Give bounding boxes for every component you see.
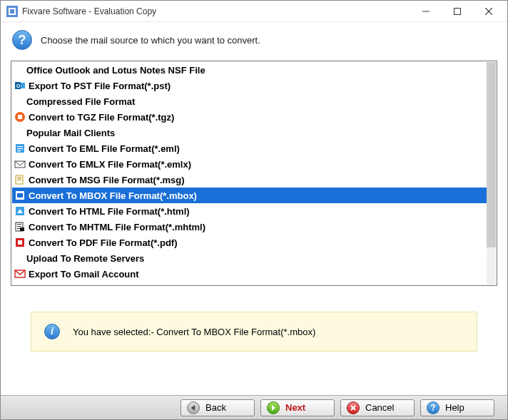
next-label: Next [285, 402, 305, 413]
mbox-icon [14, 190, 26, 201]
html-icon [14, 205, 26, 217]
cancel-label: Cancel [365, 402, 394, 413]
svg-rect-2 [10, 9, 14, 14]
outlook-icon: O [14, 80, 26, 91]
svg-rect-12 [17, 146, 23, 147]
cancel-icon [347, 401, 360, 414]
gmail-icon [14, 268, 26, 280]
cancel-button[interactable]: Cancel [340, 399, 415, 416]
scrollbar-thumb[interactable] [487, 62, 496, 247]
list-item-label: Compressed File Format [26, 96, 135, 107]
svg-rect-4 [454, 8, 461, 14]
list-item[interactable]: Convert To MSG File Format(*.msg) [12, 172, 487, 188]
app-icon [6, 6, 18, 17]
list-item-label: Office Outlook and Lotus Notes NSF File [26, 65, 205, 76]
svg-rect-25 [17, 226, 21, 227]
list-item-label: Export To PST File Format(*.pst) [29, 81, 171, 91]
back-button[interactable]: Back [181, 399, 255, 416]
list-item-label: Convert To MBOX File Format(*.mbox) [29, 190, 197, 201]
info-icon: i [44, 324, 60, 339]
svg-rect-8 [21, 83, 25, 88]
list-group-header: Office Outlook and Lotus Notes NSF File [12, 62, 487, 78]
list-item[interactable]: Convert To HTML File Format(*.html) [12, 203, 487, 219]
list-item-label: Upload To Remote Servers [26, 253, 144, 264]
svg-text:O: O [16, 83, 21, 88]
list-group-header: Compressed File Format [12, 93, 487, 109]
list-item[interactable]: Convert To EML File Format(*.eml) [12, 140, 487, 156]
svg-rect-19 [17, 180, 21, 180]
list-item-label: Convert To MSG File Format(*.msg) [29, 175, 185, 185]
list-item-label: Convert To EMLX File Format(*.emlx) [29, 159, 191, 170]
back-arrow-icon [187, 401, 200, 414]
instruction-text: Choose the mail source to which you want… [41, 35, 260, 46]
titlebar: Fixvare Software - Evaluation Copy [1, 1, 507, 22]
list-item[interactable]: Export To Gmail Account [12, 266, 487, 282]
list-group-header: Upload To Remote Servers [12, 250, 487, 266]
maximize-button[interactable] [442, 1, 473, 21]
list-item-label: Convert To EML File Format(*.eml) [29, 143, 180, 154]
list-item-label: Convert To PDF File Format(*.pdf) [29, 237, 177, 248]
list-item-label: Convert to TGZ File Format(*.tgz) [29, 112, 174, 123]
instruction-header: ? Choose the mail source to which you wa… [1, 22, 507, 58]
format-list: Office Outlook and Lotus Notes NSF FileO… [11, 61, 497, 286]
list-item[interactable]: OExport To PST File Format(*.pst) [12, 78, 487, 93]
mhtml-icon [14, 221, 26, 232]
close-button[interactable] [473, 1, 504, 21]
svg-rect-27 [20, 227, 24, 231]
list-item[interactable]: Convert To MHTML File Format(*.mhtml) [12, 219, 487, 235]
msg-icon [14, 174, 26, 185]
list-item[interactable]: Convert To MBOX File Format(*.mbox) [12, 188, 487, 203]
window-controls [410, 1, 504, 21]
list-item-label: Export To Gmail Account [29, 269, 139, 280]
list-group-header: Popular Mail Clients [12, 125, 487, 140]
next-button[interactable]: Next [260, 399, 335, 416]
help-button[interactable]: ? Help [420, 399, 494, 416]
info-panel: i You have selected:- Convert To MBOX Fi… [31, 312, 477, 352]
list-item-label: Popular Mail Clients [26, 128, 115, 138]
svg-rect-24 [17, 224, 21, 225]
list-item-label: Convert To HTML File Format(*.html) [29, 206, 190, 217]
button-bar: Back Next Cancel ? Help [1, 395, 507, 419]
list-item[interactable]: Convert to TGZ File Format(*.tgz) [12, 109, 487, 125]
svg-rect-13 [17, 148, 23, 149]
svg-rect-21 [17, 193, 23, 198]
info-text: You have selected:- Convert To MBOX File… [73, 327, 315, 337]
minimize-button[interactable] [410, 1, 442, 21]
svg-rect-18 [17, 178, 21, 179]
list-item-label: Convert To MHTML File Format(*.mhtml) [29, 222, 205, 232]
back-label: Back [205, 402, 226, 413]
list-item[interactable]: Convert To PDF File Format(*.pdf) [12, 235, 487, 250]
next-arrow-icon [267, 401, 280, 414]
scrollbar[interactable] [487, 62, 496, 285]
window-title: Fixvare Software - Evaluation Copy [22, 6, 410, 16]
list-item[interactable]: Convert To EMLX File Format(*.emlx) [12, 156, 487, 172]
emlx-icon [14, 158, 26, 170]
help-label: Help [445, 402, 464, 413]
eml-icon [14, 143, 26, 154]
svg-rect-17 [17, 177, 21, 178]
question-icon: ? [12, 30, 32, 50]
help-icon: ? [427, 401, 440, 414]
pdf-icon [14, 237, 26, 248]
svg-rect-14 [17, 150, 21, 151]
tgz-icon [14, 111, 26, 123]
